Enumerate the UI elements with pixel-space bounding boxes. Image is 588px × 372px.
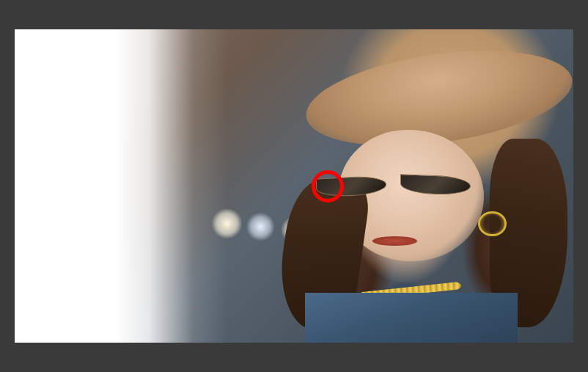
photo-denim-collar bbox=[305, 293, 518, 343]
photo-sunglasses bbox=[316, 177, 484, 196]
canvas-area[interactable] bbox=[15, 29, 573, 343]
photo-lens-left bbox=[316, 175, 386, 197]
photo-lens-right bbox=[400, 175, 471, 196]
photo-earring bbox=[478, 211, 506, 236]
photo-lips bbox=[372, 236, 417, 246]
